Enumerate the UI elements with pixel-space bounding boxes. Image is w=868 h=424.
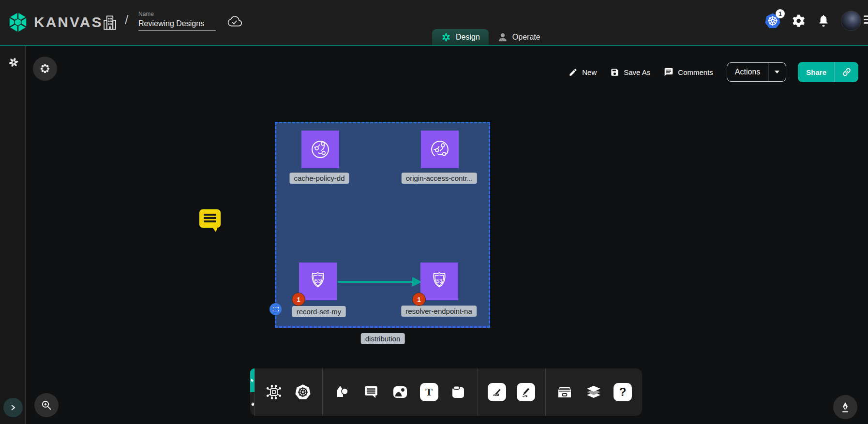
freehand-draw-icon [520,386,532,398]
select-cursor-tool[interactable] [250,368,254,392]
text-tool-glyph: T [420,383,438,401]
new-button[interactable]: New [569,68,597,77]
component-chip-tool[interactable] [263,381,284,403]
node-badge-resolver-endpoint[interactable]: 1 [412,292,426,306]
whirligig-button[interactable] [33,57,57,81]
zoom-in-button[interactable] [34,393,59,417]
design-actions-bar: New Save As Comments Actions Share [569,62,858,82]
comment-marker[interactable] [199,209,221,228]
route53-shield-icon: 53 [305,268,331,294]
notifications-bell-icon[interactable] [817,14,830,28]
note-icon [450,384,466,400]
pencil-icon [569,68,578,77]
node-origin-access-control[interactable] [421,131,459,168]
node-record-set[interactable]: 53 [299,263,337,300]
node-badge-record-set[interactable]: 1 [292,292,305,306]
comments-button[interactable]: Comments [664,67,713,77]
route53-number: 53 [315,278,321,284]
shapes-tool[interactable] [331,381,353,403]
tab-operate-label: Operate [512,33,540,42]
pen-nib-icon [839,401,851,413]
user-avatar[interactable] [841,11,861,31]
pointer-tools [250,368,254,416]
node-label-resolver-endpoint[interactable]: resolver-endpoint-na [401,306,477,317]
pan-hand-tool[interactable] [250,392,254,416]
meshery-swirl-icon[interactable] [8,57,19,68]
share-button-label: Share [798,62,835,82]
layers-icon [585,383,602,401]
design-name-input[interactable] [138,17,216,31]
app-header: KANVAS / Name [0,0,868,45]
kubernetes-tool[interactable] [292,381,314,403]
note-tool[interactable] [448,381,469,403]
node-label-record-set[interactable]: record-set-my [292,306,346,317]
expand-sidebar-button[interactable] [3,398,23,417]
kubernetes-context-button[interactable]: 1 [764,13,781,29]
save-as-button[interactable]: Save As [610,68,650,77]
freehand-draw-tool[interactable] [515,381,537,403]
node-label-cache-policy[interactable]: cache-policy-dd [289,173,349,184]
kanvas-hexagon-icon [7,11,29,33]
route53-shield-icon: 53 [426,268,452,294]
help-glyph: ? [614,383,632,401]
design-name-block: Name [138,11,216,31]
comment-icon [363,384,379,400]
group-selection-handle[interactable] [269,303,282,315]
kubernetes-count-badge: 1 [776,9,785,18]
drawer-tool[interactable] [554,381,575,403]
comment-marker-lines [204,214,216,222]
actions-dropdown-label: Actions [727,63,768,81]
operate-person-icon [497,32,508,43]
whirligig-flower-icon [40,63,50,74]
chevron-right-icon [10,404,16,411]
drawer-icon [556,384,573,400]
settings-gear-icon[interactable] [792,14,806,28]
node-label-origin-access-control[interactable]: origin-access-contr... [402,173,477,184]
tab-operate[interactable]: Operate [489,29,549,45]
pen-path-icon [491,386,503,398]
design-swirl-icon [441,32,451,43]
kanvas-logo[interactable]: KANVAS [7,11,103,33]
actions-dropdown[interactable]: Actions [727,62,786,82]
caret-down-icon[interactable] [768,63,786,81]
header-right-controls: 1 [764,11,861,31]
name-field-label: Name [138,11,216,17]
shapes-icon [334,384,350,400]
cloud-synced-icon [225,15,243,28]
brand-name: KANVAS [34,14,103,30]
header-accent-line [0,45,868,46]
comment-tool[interactable] [360,381,382,403]
save-icon [610,68,619,77]
route53-number: 53 [436,278,443,284]
save-as-button-label: Save As [624,68,650,76]
canvas-toolbar: T [250,368,642,416]
drawing-tools [478,368,545,416]
node-resolver-endpoint[interactable]: 53 [420,263,458,300]
design-pen-button[interactable] [833,395,857,419]
edge-record-set-to-resolver[interactable] [337,276,424,288]
freehand-chip [517,383,535,401]
group-label-distribution[interactable]: distribution [361,333,405,344]
image-tool[interactable] [389,381,411,403]
component-chip-icon [266,384,282,400]
comments-button-label: Comments [678,68,713,76]
layers-tool[interactable] [583,381,604,403]
cursor-arrow-icon [250,375,254,386]
left-sidebar [0,46,26,424]
comments-icon [664,67,673,77]
pen-path-tool[interactable] [486,381,508,403]
copy-link-icon[interactable] [835,62,858,82]
annotation-tools: T [323,368,478,416]
organization-building-icon[interactable] [103,15,117,31]
pen-path-chip [488,383,506,401]
node-cache-policy[interactable] [301,131,339,168]
menu-icon[interactable] [864,15,868,24]
text-tool[interactable]: T [419,381,440,403]
help-tool[interactable]: ? [612,381,633,403]
tab-design[interactable]: Design [432,29,489,45]
zoom-in-icon [41,399,52,411]
tab-design-label: Design [456,33,480,42]
new-button-label: New [582,68,597,76]
breadcrumb-separator: / [125,13,128,28]
share-button[interactable]: Share [798,62,858,82]
